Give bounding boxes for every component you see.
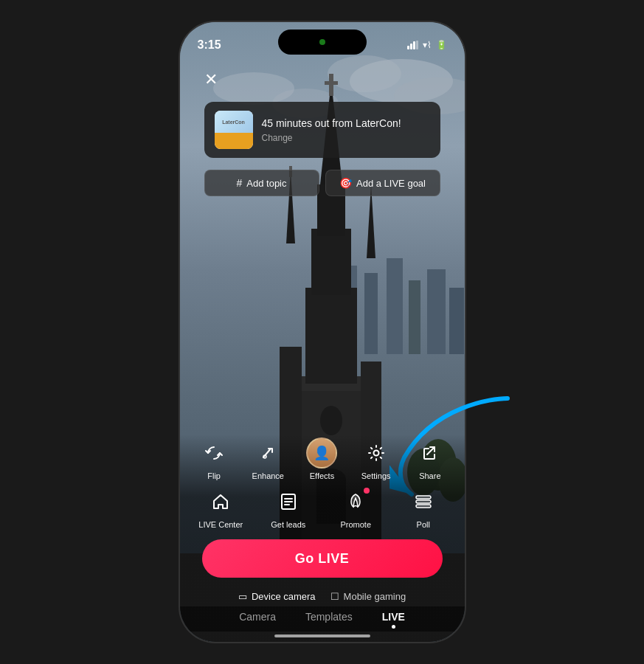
phone-frame: 3:15 ▾⌇ 🔋 ✕ LaterCon 45 minutes out	[179, 21, 466, 643]
nav-camera[interactable]: Camera	[239, 611, 276, 629]
battery-icon: 🔋	[436, 40, 447, 50]
get-leads-tool[interactable]: Get leads	[265, 486, 312, 529]
svg-rect-22	[305, 288, 357, 384]
effects-label: Effects	[310, 471, 334, 480]
add-goal-button[interactable]: 🎯 Add a LIVE goal	[325, 170, 440, 196]
flip-icon	[204, 443, 224, 463]
svg-rect-11	[449, 288, 464, 354]
add-goal-label: Add a LIVE goal	[356, 178, 426, 189]
poll-icon	[413, 491, 434, 512]
promote-tool[interactable]: Promote	[332, 486, 379, 529]
wifi-icon: ▾⌇	[423, 40, 432, 50]
enhance-icon-wrap	[252, 438, 283, 468]
device-camera-option[interactable]: ▭ Device camera	[238, 591, 316, 602]
live-center-icon-wrap	[205, 486, 236, 517]
svg-rect-10	[427, 269, 446, 354]
add-topic-button[interactable]: # Add topic	[204, 170, 319, 196]
hashtag-icon: #	[237, 177, 243, 189]
share-icon	[420, 443, 440, 463]
close-button[interactable]: ✕	[198, 66, 224, 93]
flip-label: Flip	[207, 471, 221, 480]
status-icons: ▾⌇ 🔋	[407, 40, 447, 50]
settings-label: Settings	[361, 471, 391, 480]
svg-point-21	[320, 406, 342, 435]
title-text-container: 45 minutes out from LaterCon! Change	[262, 117, 430, 143]
signal-icon	[407, 41, 418, 49]
nav-live-indicator	[392, 625, 395, 629]
promote-notification-dot	[364, 488, 370, 494]
dynamic-island	[278, 30, 367, 55]
share-tool[interactable]: Share	[406, 438, 454, 480]
title-card: LaterCon 45 minutes out from LaterCon! C…	[204, 102, 440, 158]
live-center-icon	[210, 491, 231, 512]
bottom-nav: Camera Templates LIVE	[180, 606, 465, 632]
camera-options: ▭ Device camera ☐ Mobile gaming	[180, 585, 465, 606]
nav-live-label: LIVE	[382, 611, 405, 623]
mobile-gaming-icon: ☐	[330, 591, 339, 602]
svg-rect-35	[416, 496, 431, 499]
tools-row-1: Flip Enhance 👤	[180, 435, 465, 483]
svg-rect-27	[325, 81, 338, 85]
dynamic-island-indicator	[319, 39, 325, 45]
action-buttons-row: # Add topic 🎯 Add a LIVE goal	[204, 170, 440, 196]
effects-avatar: 👤	[306, 438, 337, 468]
settings-icon-wrap	[361, 438, 392, 468]
svg-rect-8	[387, 258, 403, 354]
share-icon-wrap	[415, 438, 446, 468]
enhance-icon	[257, 443, 278, 463]
logo-bottom	[215, 133, 253, 149]
settings-tool[interactable]: Settings	[353, 438, 400, 480]
mobile-gaming-label: Mobile gaming	[344, 591, 406, 602]
effects-avatar-inner: 👤	[308, 439, 336, 467]
stream-title: 45 minutes out from LaterCon!	[262, 117, 430, 130]
promote-label: Promote	[340, 520, 371, 529]
svg-point-1	[328, 55, 401, 92]
poll-icon-wrap	[408, 486, 439, 517]
poll-tool[interactable]: Poll	[400, 486, 447, 529]
nav-camera-label: Camera	[239, 611, 276, 623]
device-camera-icon: ▭	[238, 591, 247, 602]
change-label[interactable]: Change	[262, 133, 430, 143]
live-center-tool[interactable]: LIVE Center	[197, 486, 244, 529]
promote-icon	[345, 491, 366, 512]
go-live-label: Go LIVE	[295, 551, 350, 567]
nav-templates-label: Templates	[305, 611, 353, 623]
share-label: Share	[419, 471, 440, 480]
go-live-button[interactable]: Go LIVE	[202, 539, 443, 578]
promote-icon-wrap	[340, 486, 371, 517]
svg-rect-9	[409, 280, 420, 354]
svg-rect-7	[364, 273, 378, 354]
settings-icon	[366, 443, 387, 463]
goal-icon: 🎯	[339, 177, 352, 189]
tools-row-2: LIVE Center Get leads	[180, 483, 465, 532]
nav-live[interactable]: LIVE	[382, 611, 405, 629]
poll-label: Poll	[417, 520, 430, 529]
mobile-gaming-option[interactable]: ☐ Mobile gaming	[330, 591, 406, 602]
svg-rect-37	[416, 505, 431, 508]
enhance-label: Enhance	[252, 471, 284, 480]
phone-screen: 3:15 ▾⌇ 🔋 ✕ LaterCon 45 minutes out	[180, 22, 465, 642]
get-leads-icon-wrap	[273, 486, 304, 517]
flip-icon-wrap	[198, 438, 229, 468]
bottom-controls: Flip Enhance 👤	[180, 435, 465, 642]
svg-rect-23	[311, 229, 351, 295]
device-camera-label: Device camera	[252, 591, 316, 602]
home-indicator	[274, 634, 370, 637]
effects-tool[interactable]: 👤 Effects	[298, 438, 345, 480]
add-topic-label: Add topic	[246, 178, 286, 189]
logo-top: LaterCon	[215, 111, 253, 133]
effects-icon-wrap: 👤	[306, 438, 337, 468]
flip-tool[interactable]: Flip	[190, 438, 238, 480]
nav-templates[interactable]: Templates	[305, 611, 353, 629]
status-time: 3:15	[198, 38, 221, 52]
get-leads-label: Get leads	[271, 520, 305, 529]
svg-point-33	[373, 451, 378, 456]
brand-logo: LaterCon	[215, 111, 253, 149]
svg-rect-36	[416, 500, 431, 503]
get-leads-icon	[278, 491, 299, 512]
enhance-tool[interactable]: Enhance	[244, 438, 291, 480]
live-center-label: LIVE Center	[198, 520, 243, 529]
